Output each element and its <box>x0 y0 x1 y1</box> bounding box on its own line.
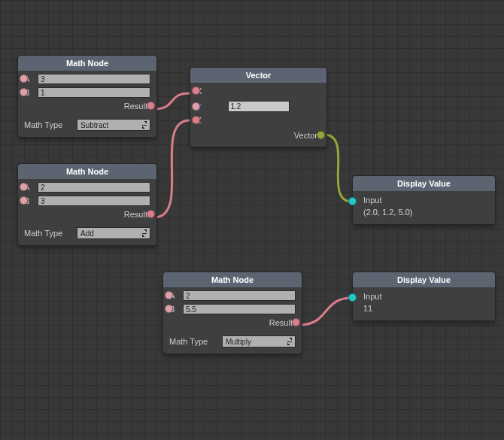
display-value: 11 <box>363 304 487 313</box>
node-editor-canvas[interactable]: Math Node A B Result Math Type Subtract <box>0 0 504 440</box>
math-node-1[interactable]: Math Node A B Result Math Type Subtract <box>18 56 156 137</box>
vector-node[interactable]: Vector X Y Z Vector <box>190 68 326 147</box>
node-header[interactable]: Display Value <box>353 176 495 191</box>
input-b[interactable] <box>183 304 296 314</box>
input-label: Input <box>363 196 487 205</box>
math-type-label: Math Type <box>169 337 222 346</box>
port-in-b[interactable] <box>20 88 28 96</box>
port-in-b[interactable] <box>20 196 28 205</box>
node-header[interactable]: Math Node <box>18 164 156 179</box>
port-out-result[interactable] <box>147 102 155 110</box>
port-in-a[interactable] <box>20 183 28 191</box>
wire <box>324 135 352 202</box>
math-type-label: Math Type <box>24 229 77 238</box>
port-out-result[interactable] <box>147 210 155 218</box>
math-node-2[interactable]: Math Node A B Result Math Type Add <box>18 164 156 245</box>
input-b[interactable] <box>38 87 150 98</box>
node-header[interactable]: Vector <box>190 68 326 83</box>
wire <box>154 120 190 217</box>
port-in-a[interactable] <box>165 291 173 299</box>
input-b[interactable] <box>38 196 150 206</box>
math-type-select[interactable]: Multiply <box>222 335 296 347</box>
wire <box>154 93 190 109</box>
input-a[interactable] <box>38 182 150 193</box>
display-value: (2.0, 1.2, 5.0) <box>363 208 487 217</box>
port-in-b[interactable] <box>165 305 173 313</box>
port-in-a[interactable] <box>20 74 28 83</box>
port-in-y[interactable] <box>192 102 200 111</box>
port-out-result[interactable] <box>292 318 300 326</box>
port-in-z[interactable] <box>192 116 200 124</box>
port-in-x[interactable] <box>192 86 200 95</box>
math-type-select[interactable]: Subtract <box>77 119 150 131</box>
input-a[interactable] <box>183 290 296 301</box>
port-out-vector[interactable] <box>317 131 325 139</box>
node-header[interactable]: Display Value <box>353 272 495 287</box>
display-value-node-2[interactable]: Display Value Input 11 <box>353 272 495 320</box>
node-header[interactable]: Math Node <box>163 272 302 287</box>
math-type-select[interactable]: Add <box>77 227 150 239</box>
input-a[interactable] <box>38 74 150 84</box>
port-in[interactable] <box>348 293 357 302</box>
math-node-3[interactable]: Math Node A B Result Math Type Multiply <box>163 272 302 354</box>
display-value-node-1[interactable]: Display Value Input (2.0, 1.2, 5.0) <box>353 176 495 224</box>
math-type-label: Math Type <box>24 120 77 129</box>
input-label: Input <box>363 292 487 301</box>
wire <box>299 298 352 325</box>
port-in[interactable] <box>348 197 357 205</box>
node-header[interactable]: Math Node <box>18 56 156 71</box>
